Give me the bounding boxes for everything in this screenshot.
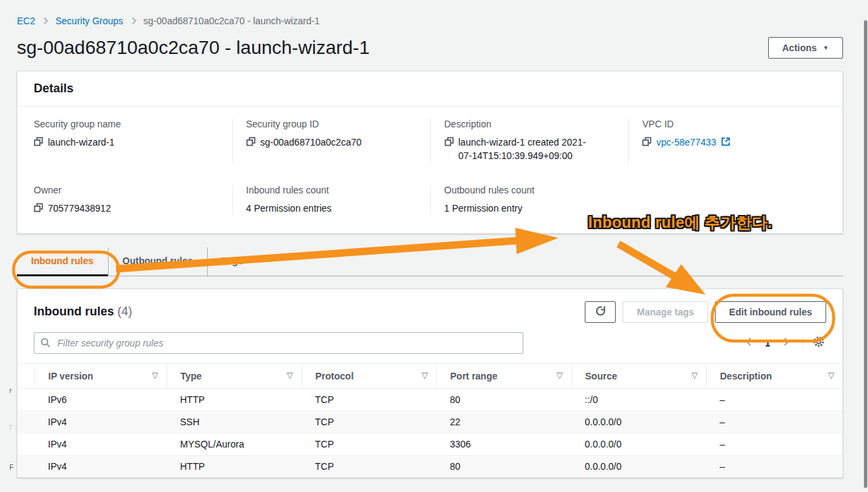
filter-dropdown-icon[interactable]: ▽ — [152, 371, 158, 380]
cell-description: – — [706, 388, 842, 410]
column-header-label: Protocol — [316, 371, 354, 381]
tab-tags[interactable]: Tags — [207, 247, 258, 276]
actions-button[interactable]: Actions ▼ — [768, 37, 843, 59]
tab-bar: Inbound rulesOutbound rulesTags — [17, 247, 843, 276]
cell-source: 0.0.0.0/0 — [571, 433, 706, 455]
filter-input[interactable] — [34, 332, 523, 354]
search-icon — [40, 338, 51, 350]
edit-inbound-rules-button[interactable]: Edit inbound rules — [715, 301, 826, 323]
field-security-group-id: Security group IDsg-00ad68710a0c2ca70 — [232, 119, 430, 163]
table-header-row: ▽IP version▽Type▽Protocol▽Port range▽Sou… — [18, 363, 842, 388]
filter-row: 1 — [18, 323, 842, 354]
field-value: 705779438912 — [34, 202, 220, 216]
breadcrumb-current: sg-00ad68710a0c2ca70 - launch-wizard-1 — [144, 16, 320, 26]
cell-port-range: 22 — [436, 410, 571, 433]
manage-tags-label: Manage tags — [637, 307, 694, 317]
field-label: VPC ID — [642, 119, 814, 129]
chevron-right-icon — [129, 17, 138, 25]
chevron-right-icon — [41, 17, 49, 25]
column-header-description[interactable]: ▽Description — [706, 363, 842, 388]
field-vpc-id: VPC IDvpc-58e77433 — [628, 119, 826, 163]
vpc-link[interactable]: vpc-58e77433 — [656, 135, 716, 149]
copy-icon[interactable] — [34, 202, 43, 216]
field-value-text: sg-00ad68710a0c2ca70 — [260, 135, 361, 149]
inbound-rules-panel: Inbound rules (4) Manage tags Edit inbou… — [17, 288, 843, 478]
copy-icon[interactable] — [642, 136, 652, 150]
field-inbound-rules-count: Inbound rules count4 Permission entries — [232, 185, 430, 216]
tab-inbound-rules[interactable]: Inbound rules — [17, 247, 108, 276]
copy-icon[interactable] — [34, 136, 43, 150]
breadcrumb-link-ec2[interactable]: EC2 — [17, 16, 35, 26]
column-header-source[interactable]: ▽Source — [571, 363, 706, 388]
gear-icon — [813, 336, 825, 350]
cell-protocol: TCP — [301, 388, 436, 410]
filter-dropdown-icon[interactable]: ▽ — [422, 371, 428, 380]
cell-stub — [18, 410, 34, 433]
cell-ip-version: IPv4 — [34, 410, 167, 433]
column-header-type[interactable]: ▽Type — [167, 363, 301, 388]
details-title: Details — [34, 82, 826, 96]
field-value-text: 1 Permission entry — [444, 202, 523, 215]
settings-button[interactable] — [811, 334, 826, 351]
external-link-icon[interactable] — [721, 136, 730, 150]
actions-button-label: Actions — [782, 42, 817, 53]
field-value: launch-wizard-1 created 2021-07-14T15:10… — [444, 135, 616, 163]
cell-ip-version: IPv4 — [34, 455, 167, 477]
field-value: 4 Permission entries — [246, 202, 418, 215]
panel-header: Inbound rules (4) Manage tags Edit inbou… — [18, 289, 842, 323]
table-body: IPv6HTTPTCP80::/0–IPv4SSHTCP220.0.0.0/0–… — [18, 388, 842, 477]
scrollbar-thumb[interactable] — [864, 20, 867, 488]
column-header-label: Source — [585, 371, 617, 381]
copy-icon[interactable] — [444, 136, 454, 150]
inbound-rules-table: ▽IP version▽Type▽Protocol▽Port range▽Sou… — [18, 363, 842, 477]
edit-inbound-rules-label: Edit inbound rules — [729, 307, 812, 317]
cell-type: MYSQL/Aurora — [167, 433, 301, 455]
column-header-protocol[interactable]: ▽Protocol — [301, 363, 436, 388]
cell-source: 0.0.0.0/0 — [571, 455, 706, 477]
breadcrumb-link-security-groups[interactable]: Security Groups — [55, 16, 123, 26]
field-label: Description — [444, 119, 616, 129]
cell-description: – — [706, 433, 842, 455]
field-owner: Owner705779438912 — [34, 185, 232, 216]
field-value: 1 Permission entry — [444, 202, 616, 215]
pagination: 1 — [741, 334, 826, 351]
table-row: IPv4HTTPTCP800.0.0.0/0– — [18, 455, 842, 477]
details-card: Details Security group namelaunch-wizard… — [17, 71, 843, 234]
tab-outbound-rules[interactable]: Outbound rules — [108, 247, 207, 276]
cell-type: HTTP — [167, 388, 301, 410]
field-value-text: launch-wizard-1 — [48, 135, 115, 149]
filter-dropdown-icon[interactable]: ▽ — [691, 371, 697, 380]
column-header-ip-version[interactable]: ▽IP version — [34, 363, 167, 388]
filter-dropdown-icon[interactable]: ▽ — [556, 371, 562, 380]
cell-type: HTTP — [167, 455, 301, 477]
clipped-text-fragment: : — [9, 423, 14, 431]
field-label: Inbound rules count — [246, 185, 418, 195]
cell-protocol: TCP — [301, 433, 436, 455]
chevron-left-icon — [745, 337, 754, 348]
table-wrap: ▽IP version▽Type▽Protocol▽Port range▽Sou… — [18, 363, 842, 477]
refresh-button[interactable] — [585, 301, 616, 323]
details-grid: Security group namelaunch-wizard-1Securi… — [18, 106, 842, 233]
previous-page-button[interactable] — [741, 334, 758, 351]
field-label: Security group name — [34, 119, 220, 129]
cell-stub — [18, 388, 34, 410]
field-label: Owner — [34, 185, 220, 195]
next-page-button[interactable] — [777, 334, 794, 351]
field-value: vpc-58e77433 — [642, 135, 814, 150]
caret-down-icon: ▼ — [823, 44, 829, 51]
copy-icon[interactable] — [246, 136, 256, 150]
field-label: Outbound rules count — [444, 185, 616, 195]
manage-tags-button[interactable]: Manage tags — [623, 301, 708, 323]
cell-port-range: 80 — [436, 455, 571, 477]
column-header-port-range[interactable]: ▽Port range — [436, 363, 571, 388]
table-row: IPv4MYSQL/AuroraTCP33060.0.0.0/0– — [18, 433, 842, 455]
details-card-header: Details — [18, 71, 842, 106]
table-row: IPv4SSHTCP220.0.0.0/0– — [18, 410, 842, 433]
title-row: sg-00ad68710a0c2ca70 - launch-wizard-1 A… — [17, 37, 843, 59]
cell-protocol: TCP — [301, 410, 436, 433]
cell-description: – — [706, 410, 842, 433]
filter-dropdown-icon[interactable]: ▽ — [828, 371, 834, 380]
pagination-divider — [803, 336, 803, 350]
page-number[interactable]: 1 — [758, 338, 777, 348]
filter-dropdown-icon[interactable]: ▽ — [287, 371, 293, 380]
